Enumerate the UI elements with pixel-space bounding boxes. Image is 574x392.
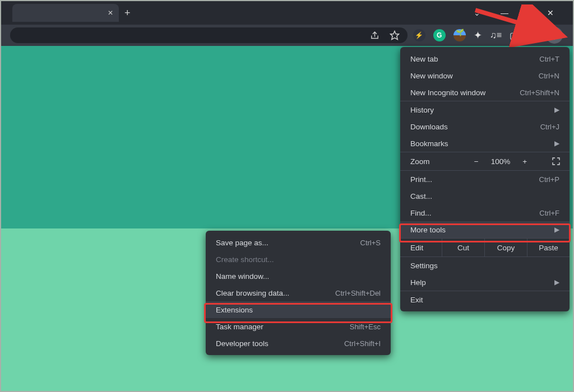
submenu-create-shortcut: Create shortcut...	[206, 251, 391, 268]
menu-downloads[interactable]: DownloadsCtrl+J	[400, 118, 570, 135]
extension-bolt-icon[interactable]: ⚡	[413, 29, 425, 41]
submenu-clear-data[interactable]: Clear browsing data...Ctrl+Shift+Del	[206, 284, 391, 301]
more-tools-submenu: Save page as...Ctrl+S Create shortcut...…	[206, 231, 391, 355]
submenu-dev-tools[interactable]: Developer toolsCtrl+Shift+I	[206, 335, 391, 352]
media-control-icon[interactable]: ♫≡	[490, 30, 502, 40]
bookmark-star-icon[interactable]	[390, 30, 400, 40]
window-close-button[interactable]: ✕	[547, 8, 554, 17]
share-icon[interactable]	[370, 31, 379, 40]
menu-help[interactable]: Help▶	[400, 274, 570, 291]
extensions-puzzle-icon[interactable]: ✦	[474, 29, 482, 41]
zoom-out-button[interactable]: −	[474, 157, 479, 166]
submenu-task-manager[interactable]: Task managerShift+Esc	[206, 318, 391, 335]
menu-print[interactable]: Print...Ctrl+P	[400, 171, 570, 188]
window-minimize-button[interactable]: —	[501, 8, 508, 17]
menu-find[interactable]: Find...Ctrl+F	[400, 204, 570, 221]
menu-new-tab[interactable]: New tabCtrl+T	[400, 50, 570, 67]
chrome-main-menu: New tabCtrl+T New windowCtrl+N New Incog…	[400, 47, 570, 311]
side-panel-icon[interactable]: ▢	[510, 30, 518, 41]
chevron-right-icon: ▶	[554, 278, 559, 286]
extension-icons: ⚡ G ✦ ♫≡ ▢ ⋮	[408, 27, 570, 44]
menu-incognito[interactable]: New Incognito windowCtrl+Shift+N	[400, 84, 570, 101]
edit-copy-button[interactable]: Copy	[484, 239, 527, 256]
menu-exit[interactable]: Exit	[400, 291, 570, 308]
extension-grammarly-icon[interactable]: G	[433, 29, 446, 41]
browser-tab[interactable]: ✕	[12, 4, 119, 22]
menu-settings[interactable]: Settings	[400, 257, 570, 274]
menu-more-tools[interactable]: More tools▶	[400, 221, 570, 238]
zoom-level: 100%	[491, 157, 511, 166]
fullscreen-icon[interactable]	[552, 157, 561, 166]
titlebar: ✕ + ⌄ — ❐ ✕	[1, 1, 573, 25]
tab-search-button[interactable]: ⌄	[474, 8, 480, 17]
chevron-right-icon: ▶	[554, 226, 559, 234]
toolbar: ⚡ G ✦ ♫≡ ▢ ⋮	[1, 25, 573, 46]
new-tab-button[interactable]: +	[124, 7, 131, 19]
submenu-extensions[interactable]: Extensions	[206, 301, 391, 318]
menu-edit-row: Edit Cut Copy Paste	[400, 239, 570, 256]
edit-label: Edit	[400, 239, 442, 256]
submenu-name-window[interactable]: Name window...	[206, 268, 391, 284]
menu-cast[interactable]: Cast...	[400, 188, 570, 204]
chevron-right-icon: ▶	[554, 106, 559, 114]
edit-cut-button[interactable]: Cut	[442, 239, 484, 256]
window-restore-button[interactable]: ❐	[524, 8, 531, 17]
edit-paste-button[interactable]: Paste	[527, 239, 570, 256]
menu-history[interactable]: History▶	[400, 101, 570, 118]
menu-bookmarks[interactable]: Bookmarks▶	[400, 135, 570, 152]
extension-plant-icon[interactable]	[453, 29, 466, 41]
zoom-in-button[interactable]: +	[522, 157, 527, 166]
vertical-dots-icon: ⋮	[549, 30, 559, 40]
svg-marker-0	[390, 31, 399, 40]
chevron-right-icon: ▶	[554, 139, 559, 147]
menu-zoom: Zoom − 100% +	[400, 152, 570, 170]
menu-new-window[interactable]: New windowCtrl+N	[400, 67, 570, 84]
tab-close-icon[interactable]: ✕	[108, 9, 113, 17]
chrome-menu-button[interactable]: ⋮	[546, 27, 563, 44]
profile-avatar[interactable]	[526, 29, 538, 41]
address-bar[interactable]	[10, 27, 408, 43]
submenu-save-page[interactable]: Save page as...Ctrl+S	[206, 234, 391, 251]
